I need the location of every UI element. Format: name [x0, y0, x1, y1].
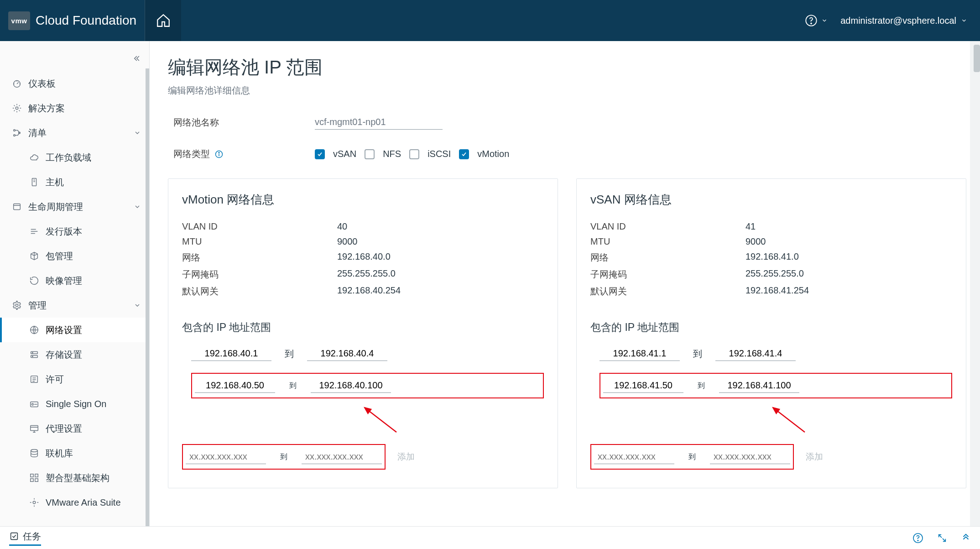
card-title: vSAN 网络信息 — [590, 192, 952, 208]
brand-group: vmw Cloud Foundation — [0, 0, 145, 41]
user-label: administrator@vsphere.local — [840, 16, 956, 26]
svg-point-31 — [917, 540, 918, 541]
info-value: 9000 — [337, 236, 544, 247]
ip-to-input[interactable] — [311, 378, 391, 393]
ip-to-input[interactable] — [302, 450, 382, 464]
help-icon — [805, 14, 818, 27]
info-key: 网络 — [182, 251, 337, 264]
svg-point-4 — [14, 130, 16, 131]
checkbox-iscsi[interactable] — [409, 149, 419, 159]
svg-rect-21 — [35, 474, 38, 477]
ip-to-input[interactable] — [307, 346, 387, 361]
sidebar-subitem-4-3[interactable]: Single Sign On — [0, 392, 149, 416]
checkbox-vmotion[interactable] — [459, 149, 469, 159]
sidebar-subitem-4-4[interactable]: 代理设置 — [0, 416, 149, 441]
chevron-down-icon — [134, 129, 141, 136]
ip-from-input[interactable] — [195, 378, 275, 393]
sidebar-subitem-2-1[interactable]: 主机 — [0, 170, 149, 194]
info-value: 192.168.41.0 — [745, 251, 952, 264]
chevron-down-icon — [961, 17, 967, 24]
ip-from-input[interactable] — [603, 378, 683, 393]
svg-line-28 — [773, 408, 805, 432]
sidebar-subitem-4-5[interactable]: 联机库 — [0, 441, 149, 465]
checkbox-nfs[interactable] — [365, 149, 375, 159]
checkbox-vsan[interactable] — [315, 149, 325, 159]
ip-from-input[interactable] — [186, 450, 266, 464]
license-icon — [29, 374, 39, 384]
header-right: administrator@vsphere.local — [805, 0, 980, 41]
sidebar-item-3[interactable]: 生命周期管理 — [0, 194, 149, 219]
to-label: 到 — [695, 381, 707, 391]
sidebar-subitem-4-6[interactable]: 塑合型基础架构 — [0, 465, 149, 490]
sidebar-item-2[interactable]: 清单 — [0, 120, 149, 145]
user-menu[interactable]: administrator@vsphere.local — [840, 16, 967, 26]
to-label: 到 — [287, 381, 299, 391]
ip-range-new-row: 到 — [590, 444, 794, 470]
solutions-icon — [12, 103, 22, 113]
sidebar-item-label: 发行版本 — [46, 225, 82, 238]
sidebar-item-1[interactable]: 解决方案 — [0, 96, 149, 120]
composable-icon — [29, 473, 39, 483]
svg-point-17 — [32, 403, 34, 405]
sidebar-subitem-4-2[interactable]: 许可 — [0, 367, 149, 392]
ip-to-input[interactable] — [715, 346, 796, 361]
footer-help-button[interactable] — [912, 533, 923, 544]
proxy-icon — [29, 424, 39, 434]
info-icon[interactable] — [214, 150, 224, 159]
product-title: Cloud Foundation — [36, 13, 136, 28]
help-button[interactable] — [805, 14, 828, 27]
page-title: 编辑网络池 IP 范围 — [168, 55, 966, 80]
sidebar-item-label: 生命周期管理 — [28, 201, 83, 213]
sidebar-subitem-4-7[interactable]: VMware Aria Suite — [0, 490, 149, 515]
add-range-link[interactable]: 添加 — [806, 451, 823, 463]
info-value: 255.255.255.0 — [337, 268, 544, 281]
add-range-link[interactable]: 添加 — [397, 451, 415, 463]
fullscreen-button[interactable] — [937, 533, 947, 543]
sidebar-item-label: 管理 — [28, 299, 47, 312]
ip-to-input[interactable] — [719, 378, 799, 393]
ip-from-input[interactable] — [599, 346, 680, 361]
sidebar-item-label: 网络设置 — [46, 324, 82, 336]
tasks-icon — [9, 531, 19, 541]
chevron-down-icon — [134, 302, 141, 309]
lifecycle-icon — [12, 202, 22, 212]
ip-range-heading: 包含的 IP 地址范围 — [182, 320, 544, 335]
home-button[interactable] — [145, 0, 181, 41]
sidebar-collapse-button[interactable] — [0, 46, 149, 71]
ip-from-input[interactable] — [594, 450, 674, 464]
content-scrollbar[interactable] — [970, 41, 980, 526]
sidebar-subitem-3-1[interactable]: 包管理 — [0, 244, 149, 268]
aria-icon — [29, 497, 39, 507]
sidebar-item-0[interactable]: 仪表板 — [0, 71, 149, 96]
info-key: 子网掩码 — [182, 268, 337, 281]
ip-to-input[interactable] — [710, 450, 790, 464]
info-value: 255.255.255.0 — [745, 268, 952, 281]
admin-icon — [12, 300, 22, 310]
svg-rect-20 — [31, 474, 33, 477]
svg-rect-18 — [31, 426, 38, 431]
svg-point-3 — [16, 107, 18, 110]
info-value: 40 — [337, 221, 544, 232]
sidebar-scrollbar[interactable] — [146, 68, 149, 526]
tasks-panel-toggle[interactable]: 任务 — [9, 530, 41, 546]
sidebar-subitem-3-0[interactable]: 发行版本 — [0, 219, 149, 244]
release-icon — [29, 226, 39, 236]
sidebar-subitem-3-2[interactable]: 映像管理 — [0, 268, 149, 293]
info-key: 子网掩码 — [590, 268, 745, 281]
annotation-arrow — [191, 410, 544, 432]
sidebar-item-label: VMware Aria Suite — [46, 497, 121, 508]
svg-line-27 — [365, 408, 396, 432]
sidebar-subitem-2-0[interactable]: 工作负载域 — [0, 145, 149, 170]
ip-range-row: 到 — [599, 346, 952, 361]
sidebar-subitem-4-1[interactable]: 存储设置 — [0, 342, 149, 367]
sidebar-item-4[interactable]: 管理 — [0, 293, 149, 318]
chevron-down-icon — [821, 17, 828, 24]
sidebar-subitem-4-0[interactable]: 网络设置 — [0, 318, 149, 342]
sidebar: 仪表板解决方案清单工作负载域主机生命周期管理发行版本包管理映像管理管理网络设置存… — [0, 41, 150, 526]
sidebar-item-label: Single Sign On — [46, 399, 106, 409]
ip-range-new-row: 到 — [182, 444, 386, 470]
ip-from-input[interactable] — [191, 346, 271, 361]
sidebar-item-label: 代理设置 — [46, 423, 82, 435]
scroll-top-button[interactable] — [961, 533, 971, 543]
svg-rect-7 — [32, 178, 36, 186]
